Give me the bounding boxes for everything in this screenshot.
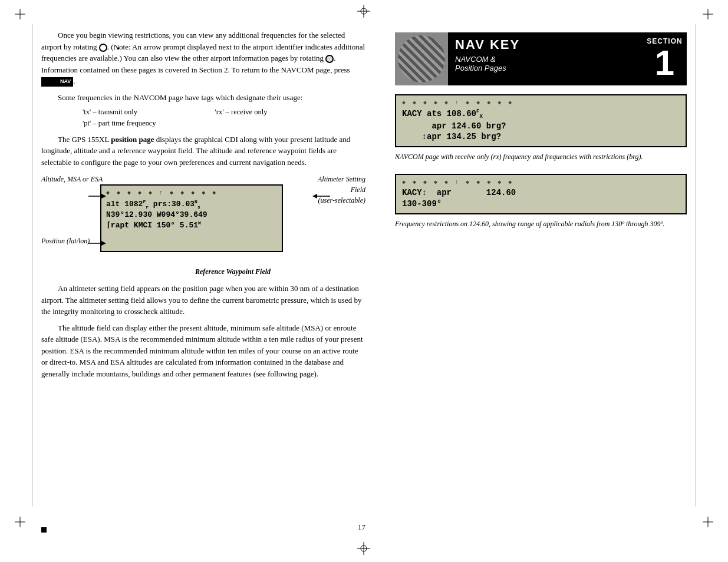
bottom-center-crosshair [357,542,370,555]
navcom-subtitle: NAVCOM & [455,55,635,64]
nav-key-title: NAV KEY [455,37,635,52]
freq-tag-pt: 'pt' – part time frequency [83,118,156,129]
position-arrow [88,237,106,249]
ref-waypoint-label: Reference Waypoint Field [100,266,365,277]
top-center-crosshair [357,5,370,18]
gps-position-screen: ◆ ◆ ◆ ◆ ◆ ↑ ◆ ◆ ◆ ◆ ◆ alt 1082Fr prs:30.… [100,184,283,252]
altitude-label: Altitude, MSA or ESA [41,174,103,184]
corner-mark-bl [15,517,25,527]
navcom-line1: KACY ats 108.60FX [402,108,680,121]
paragraph-4: The altitude field can display either th… [41,322,365,380]
screen1-dots: ◆ ◆ ◆ ◆ ◆ ↑ ◆ ◆ ◆ ◆ ◆ [106,189,277,197]
right-margin-line [695,24,696,507]
altitude-arrow [88,190,106,202]
screen1-line3: ⌈rapt KMCI 150° 5.51M [106,220,277,231]
corner-mark-tr [703,9,713,19]
svg-marker-17 [101,241,106,246]
freq-restrict-line2: 130-309° [402,199,680,210]
screen1-line2: N39°12.930 W094°39.649 [106,210,277,220]
nav-title-box: NAV KEY NAVCOM & Position Pages [448,32,643,85]
position-pages-subtitle: Position Pages [455,64,635,72]
freq-tags: 'tx' – transmit only 'pt' – part time fr… [83,107,365,129]
freq-tag-tx: 'tx' – transmit only [83,107,156,118]
corner-mark-br [703,517,713,527]
altimeter-arrow [312,190,330,202]
screen1-line1: alt 1082Fr prs:30.03Ns [106,199,277,210]
freq-intro: Some frequencies in the NAVCOM page have… [41,92,365,104]
paragraph-3: An altimeter setting field appears on th… [41,283,365,318]
paragraph-1: Once you begin viewing restrictions, you… [41,29,365,87]
corner-mark-tl [15,9,25,19]
freq-restrict-line1: KACY↕ apr 124.60 [402,187,680,199]
navcom-caption-2: Frequency restrictions on 124.60, showin… [395,219,687,229]
navcom-screen-1: ◆ ◆ ◆ ◆ ◆ ↑ ◆ ◆ ◆ ◆ ◆ KACY ats 108.60FX … [395,94,687,147]
stripe-circle [398,35,445,82]
navcom-line2: apr 124.60 brg? [402,121,680,132]
page-number: 17 [358,521,365,533]
screen2-dots: ◆ ◆ ◆ ◆ ◆ ↑ ◆ ◆ ◆ ◆ ◆ [402,178,680,186]
section-number: 1 [655,45,674,81]
svg-marker-15 [101,194,106,199]
freq-tag-rx: 'rx' – receive only [215,107,268,118]
screen1-dots-right: ◆ ◆ ◆ ◆ ◆ ↑ ◆ ◆ ◆ ◆ ◆ [402,99,680,106]
navcom-line3: ↕apr 134.25 brg? [402,131,680,143]
page-bullet [41,527,47,533]
section-box: SECTION 1 [643,32,687,85]
position-page-diagram: Altitude, MSA or ESA Altimeter SettingFi… [41,174,365,277]
navcom-screen-2: ◆ ◆ ◆ ◆ ◆ ↑ ◆ ◆ ◆ ◆ ◆ KACY↕ apr 124.60 1… [395,174,687,214]
nav-icon-area [395,32,448,85]
left-margin-line [32,24,33,507]
nav-header: NAV KEY NAVCOM & Position Pages SECTION … [395,32,687,85]
position-page-bold: position page [111,135,154,144]
svg-marker-19 [312,194,317,199]
paragraph-2: The GPS 155XL position page displays the… [41,134,365,168]
navcom-caption-1: NAVCOM page with receive only (rx) frequ… [395,152,687,162]
position-label: Position (lat/lon) [41,236,90,246]
